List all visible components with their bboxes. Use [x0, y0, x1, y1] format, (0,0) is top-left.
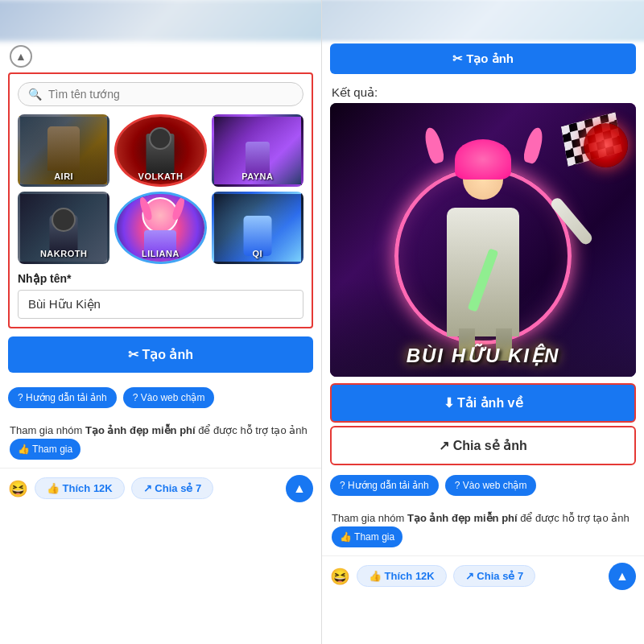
name-input[interactable] — [28, 298, 293, 312]
hero-label-qi: QI — [214, 249, 301, 258]
hero-card-payna[interactable]: PAYNA — [212, 114, 303, 187]
hero-grid: AIRI VOLKATH PAYNA — [18, 114, 303, 264]
promo-bold-left: Tạo ảnh đẹp miễn phí — [85, 424, 196, 436]
name-field-label: Nhập tên* — [18, 272, 303, 285]
emoji-react-left: 😆 — [8, 479, 28, 498]
hero-card-airi[interactable]: AIRI — [18, 114, 109, 187]
result-name-text: BÙI HỮU KIỆN — [330, 345, 636, 367]
hero-card-liliana[interactable]: LILIANA — [114, 192, 206, 264]
bottom-links-left: ? Hướng dẫn tải ảnh ? Vào web chậm — [0, 381, 321, 415]
slow-link-right[interactable]: ? Vào web chậm — [445, 475, 537, 496]
promo-bold-right: Tạo ảnh đẹp miễn phí — [407, 512, 518, 524]
name-input-wrapper — [18, 290, 303, 319]
join-button-left[interactable]: 👍 Tham gia — [10, 439, 80, 460]
left-panel: ▲ 🔍 AIRI VOLKATH — [0, 0, 322, 644]
guide-link-right[interactable]: ? Hướng dẫn tải ảnh — [330, 475, 439, 496]
hero-label-payna: PAYNA — [214, 171, 301, 181]
promo-text2-right: để được hỗ trợ tạo ảnh — [518, 512, 630, 524]
share-button-right[interactable]: ↗ Chia sẻ 7 — [453, 565, 535, 587]
right-panel: ✂ Tạo ảnh Kết quả: — [322, 0, 644, 644]
result-image: BÙI HỮU KIỆN — [330, 103, 636, 377]
create-button-left[interactable]: ✂ Tạo ảnh — [8, 336, 313, 373]
hero-label-airi: AIRI — [20, 171, 107, 181]
chevron-up-button[interactable]: ▲ — [10, 45, 32, 68]
bottom-links-right: ? Hướng dẫn tải ảnh ? Vào web chậm — [322, 469, 644, 502]
search-input[interactable] — [48, 88, 293, 101]
social-bar-left: 😆 👍 Thích 12K ↗ Chia sẻ 7 ▲ — [0, 468, 321, 509]
emoji-react-right: 😆 — [330, 567, 350, 586]
share-button-left[interactable]: ↗ Chia sẻ 7 — [131, 477, 213, 499]
promo-text1-right: Tham gia nhóm — [332, 512, 407, 524]
promo-text-right: Tham gia nhóm Tạo ảnh đẹp miễn phí để đư… — [322, 502, 644, 555]
hero-card-qi[interactable]: QI — [212, 192, 303, 264]
hero-card-nakroth[interactable]: NAKROTH — [18, 192, 109, 264]
result-label: Kết quả: — [322, 79, 644, 103]
like-button-left[interactable]: 👍 Thích 12K — [35, 477, 125, 499]
slow-link-left[interactable]: ? Vào web chậm — [123, 387, 215, 408]
scroll-top-left[interactable]: ▲ — [286, 475, 313, 502]
create-button-right[interactable]: ✂ Tạo ảnh — [330, 43, 636, 74]
chevron-bar: ▲ — [0, 40, 321, 72]
promo-text2-left: để được hỗ trợ tạo ảnh — [196, 424, 308, 436]
top-blur-right — [322, 0, 644, 41]
top-blur-left — [0, 0, 322, 41]
main-config-box: 🔍 AIRI VOLKATH — [8, 72, 313, 328]
hero-label-liliana: LILIANA — [117, 249, 204, 258]
promo-text-left: Tham gia nhóm Tạo ảnh đẹp miễn phí để đư… — [0, 415, 321, 468]
hero-label-volkath: VOLKATH — [117, 171, 204, 181]
download-button[interactable]: ⬇ Tải ảnh về — [330, 383, 636, 423]
like-button-right[interactable]: 👍 Thích 12K — [357, 565, 447, 587]
social-bar-right: 😆 👍 Thích 12K ↗ Chia sẻ 7 ▲ — [322, 555, 644, 597]
guide-link-left[interactable]: ? Hướng dẫn tải ảnh — [8, 387, 117, 408]
join-button-right[interactable]: 👍 Tham gia — [332, 526, 402, 547]
hero-card-volkath[interactable]: VOLKATH — [114, 114, 206, 187]
scroll-top-right[interactable]: ▲ — [609, 563, 636, 590]
promo-text1-left: Tham gia nhóm — [10, 424, 85, 436]
search-bar: 🔍 — [18, 82, 303, 106]
share-image-button[interactable]: ↗ Chia sẻ ảnh — [330, 426, 636, 465]
hero-label-nakroth: NAKROTH — [20, 249, 107, 258]
search-icon: 🔍 — [28, 88, 42, 101]
